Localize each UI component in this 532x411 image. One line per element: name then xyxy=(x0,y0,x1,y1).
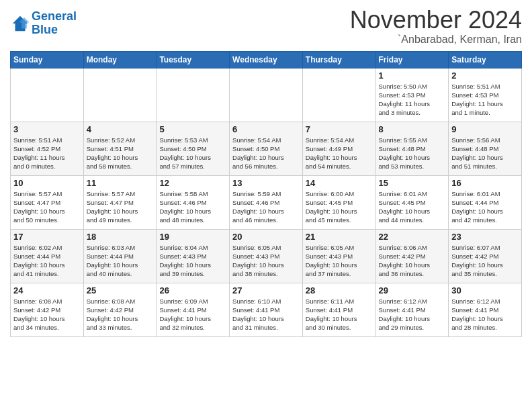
weekday-tuesday: Tuesday xyxy=(157,51,230,68)
day-info: Sunrise: 6:05 AM Sunset: 4:43 PM Dayligh… xyxy=(232,243,300,279)
day-info: Sunrise: 5:54 AM Sunset: 4:49 PM Dayligh… xyxy=(306,136,373,171)
day-number: 21 xyxy=(306,232,373,242)
day-number: 23 xyxy=(451,232,519,242)
calendar-cell: 5Sunrise: 5:53 AM Sunset: 4:50 PM Daylig… xyxy=(157,122,230,175)
calendar-cell: 15Sunrise: 6:01 AM Sunset: 4:45 PM Dayli… xyxy=(375,175,449,229)
title-block: November 2024 `Anbarabad, Kerman, Iran xyxy=(350,7,522,46)
header: General Blue November 2024 `Anbarabad, K… xyxy=(10,7,522,46)
calendar-cell: 4Sunrise: 5:52 AM Sunset: 4:51 PM Daylig… xyxy=(83,122,157,175)
day-info: Sunrise: 6:01 AM Sunset: 4:44 PM Dayligh… xyxy=(451,189,519,225)
day-number: 1 xyxy=(379,71,446,81)
day-number: 28 xyxy=(306,285,373,295)
day-info: Sunrise: 6:03 AM Sunset: 4:44 PM Dayligh… xyxy=(87,243,154,279)
day-number: 5 xyxy=(159,124,226,134)
day-info: Sunrise: 5:54 AM Sunset: 4:50 PM Dayligh… xyxy=(232,136,300,171)
day-number: 24 xyxy=(13,285,81,295)
day-number: 8 xyxy=(379,124,446,134)
day-number: 17 xyxy=(13,232,81,242)
day-info: Sunrise: 6:07 AM Sunset: 4:42 PM Dayligh… xyxy=(451,243,519,279)
day-info: Sunrise: 6:06 AM Sunset: 4:42 PM Dayligh… xyxy=(379,243,446,279)
calendar-cell: 25Sunrise: 6:08 AM Sunset: 4:42 PM Dayli… xyxy=(83,283,157,336)
calendar-body: 1Sunrise: 5:50 AM Sunset: 4:53 PM Daylig… xyxy=(11,68,522,336)
day-number: 19 xyxy=(159,232,226,242)
week-row-3: 17Sunrise: 6:02 AM Sunset: 4:44 PM Dayli… xyxy=(11,229,522,283)
calendar-cell: 9Sunrise: 5:56 AM Sunset: 4:48 PM Daylig… xyxy=(449,122,522,175)
day-number: 11 xyxy=(87,178,154,188)
day-number: 15 xyxy=(379,178,446,188)
calendar-cell: 1Sunrise: 5:50 AM Sunset: 4:53 PM Daylig… xyxy=(375,68,449,122)
calendar-cell: 11Sunrise: 5:57 AM Sunset: 4:47 PM Dayli… xyxy=(83,175,157,229)
calendar-cell: 8Sunrise: 5:55 AM Sunset: 4:48 PM Daylig… xyxy=(375,122,449,175)
day-number: 2 xyxy=(451,71,519,81)
calendar-cell: 6Sunrise: 5:54 AM Sunset: 4:50 PM Daylig… xyxy=(230,122,303,175)
calendar-cell: 12Sunrise: 5:58 AM Sunset: 4:46 PM Dayli… xyxy=(157,175,230,229)
day-info: Sunrise: 5:52 AM Sunset: 4:51 PM Dayligh… xyxy=(87,136,154,171)
day-info: Sunrise: 5:51 AM Sunset: 4:52 PM Dayligh… xyxy=(13,136,81,171)
day-info: Sunrise: 6:05 AM Sunset: 4:43 PM Dayligh… xyxy=(306,243,373,279)
calendar-cell: 16Sunrise: 6:01 AM Sunset: 4:44 PM Dayli… xyxy=(449,175,522,229)
calendar-cell: 3Sunrise: 5:51 AM Sunset: 4:52 PM Daylig… xyxy=(11,122,84,175)
week-row-4: 24Sunrise: 6:08 AM Sunset: 4:42 PM Dayli… xyxy=(11,283,522,336)
calendar-cell xyxy=(157,68,230,122)
day-info: Sunrise: 5:53 AM Sunset: 4:50 PM Dayligh… xyxy=(159,136,226,171)
day-number: 27 xyxy=(232,285,300,295)
logo: General Blue xyxy=(10,10,77,37)
weekday-wednesday: Wednesday xyxy=(230,51,303,68)
day-number: 6 xyxy=(232,124,300,134)
day-number: 22 xyxy=(379,232,446,242)
day-info: Sunrise: 6:11 AM Sunset: 4:41 PM Dayligh… xyxy=(306,297,373,332)
calendar-cell: 27Sunrise: 6:10 AM Sunset: 4:41 PM Dayli… xyxy=(230,283,303,336)
calendar-cell: 14Sunrise: 6:00 AM Sunset: 4:45 PM Dayli… xyxy=(302,175,375,229)
day-info: Sunrise: 5:56 AM Sunset: 4:48 PM Dayligh… xyxy=(451,136,519,171)
day-number: 29 xyxy=(379,285,446,295)
day-info: Sunrise: 6:09 AM Sunset: 4:41 PM Dayligh… xyxy=(159,297,226,332)
week-row-1: 3Sunrise: 5:51 AM Sunset: 4:52 PM Daylig… xyxy=(11,122,522,175)
day-info: Sunrise: 5:55 AM Sunset: 4:48 PM Dayligh… xyxy=(379,136,446,171)
day-number: 9 xyxy=(451,124,519,134)
calendar-cell: 22Sunrise: 6:06 AM Sunset: 4:42 PM Dayli… xyxy=(375,229,449,283)
day-number: 4 xyxy=(87,124,154,134)
day-number: 16 xyxy=(451,178,519,188)
calendar-cell: 10Sunrise: 5:57 AM Sunset: 4:47 PM Dayli… xyxy=(11,175,84,229)
day-number: 26 xyxy=(159,285,226,295)
calendar-cell: 29Sunrise: 6:12 AM Sunset: 4:41 PM Dayli… xyxy=(375,283,449,336)
weekday-header: SundayMondayTuesdayWednesdayThursdayFrid… xyxy=(11,51,522,68)
day-info: Sunrise: 6:01 AM Sunset: 4:45 PM Dayligh… xyxy=(379,189,446,225)
day-info: Sunrise: 6:10 AM Sunset: 4:41 PM Dayligh… xyxy=(232,297,300,332)
calendar-cell xyxy=(302,68,375,122)
day-info: Sunrise: 6:00 AM Sunset: 4:45 PM Dayligh… xyxy=(306,189,373,225)
calendar-cell: 13Sunrise: 5:59 AM Sunset: 4:46 PM Dayli… xyxy=(230,175,303,229)
calendar-cell: 18Sunrise: 6:03 AM Sunset: 4:44 PM Dayli… xyxy=(83,229,157,283)
calendar-cell: 23Sunrise: 6:07 AM Sunset: 4:42 PM Dayli… xyxy=(449,229,522,283)
day-number: 30 xyxy=(451,285,519,295)
day-info: Sunrise: 6:08 AM Sunset: 4:42 PM Dayligh… xyxy=(87,297,154,332)
day-number: 13 xyxy=(232,178,300,188)
week-row-0: 1Sunrise: 5:50 AM Sunset: 4:53 PM Daylig… xyxy=(11,68,522,122)
calendar-cell xyxy=(230,68,303,122)
location-title: `Anbarabad, Kerman, Iran xyxy=(350,34,522,46)
day-info: Sunrise: 5:58 AM Sunset: 4:46 PM Dayligh… xyxy=(159,189,226,225)
weekday-saturday: Saturday xyxy=(449,51,522,68)
day-number: 10 xyxy=(13,178,81,188)
day-info: Sunrise: 6:12 AM Sunset: 4:41 PM Dayligh… xyxy=(379,297,446,332)
day-info: Sunrise: 6:08 AM Sunset: 4:42 PM Dayligh… xyxy=(13,297,81,332)
page: General Blue November 2024 `Anbarabad, K… xyxy=(0,0,532,344)
calendar-cell: 28Sunrise: 6:11 AM Sunset: 4:41 PM Dayli… xyxy=(302,283,375,336)
weekday-friday: Friday xyxy=(375,51,449,68)
weekday-thursday: Thursday xyxy=(302,51,375,68)
calendar: SundayMondayTuesdayWednesdayThursdayFrid… xyxy=(10,51,522,337)
calendar-cell: 20Sunrise: 6:05 AM Sunset: 4:43 PM Dayli… xyxy=(230,229,303,283)
calendar-cell: 19Sunrise: 6:04 AM Sunset: 4:43 PM Dayli… xyxy=(157,229,230,283)
logo-text: General Blue xyxy=(32,10,77,37)
calendar-cell: 26Sunrise: 6:09 AM Sunset: 4:41 PM Dayli… xyxy=(157,283,230,336)
weekday-monday: Monday xyxy=(83,51,157,68)
day-info: Sunrise: 5:57 AM Sunset: 4:47 PM Dayligh… xyxy=(13,189,81,225)
weekday-sunday: Sunday xyxy=(11,51,84,68)
calendar-cell: 30Sunrise: 6:12 AM Sunset: 4:41 PM Dayli… xyxy=(449,283,522,336)
calendar-cell: 2Sunrise: 5:51 AM Sunset: 4:53 PM Daylig… xyxy=(449,68,522,122)
calendar-cell: 7Sunrise: 5:54 AM Sunset: 4:49 PM Daylig… xyxy=(302,122,375,175)
calendar-cell: 21Sunrise: 6:05 AM Sunset: 4:43 PM Dayli… xyxy=(302,229,375,283)
day-number: 12 xyxy=(159,178,226,188)
logo-icon xyxy=(10,13,30,34)
day-info: Sunrise: 6:04 AM Sunset: 4:43 PM Dayligh… xyxy=(159,243,226,279)
